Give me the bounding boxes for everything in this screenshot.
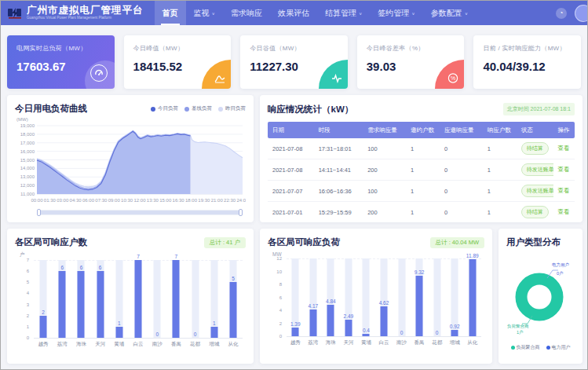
bar-增城[interactable]: 0.92 <box>446 258 464 336</box>
table-row: 2021-07-0115:29~15:59200101待结算查看 <box>268 202 575 222</box>
nav-item-监视[interactable]: 监视∨ <box>186 1 223 25</box>
bar-value-label: 0 <box>155 332 159 337</box>
app-logo: 广州市虚拟电厂管理平台 Guangzhou Virtual Power Plan… <box>7 5 144 20</box>
legend-label: 负荷聚合商 <box>517 344 540 351</box>
bar-黄埔[interactable]: 0.4 <box>357 258 375 336</box>
legend-item-power-user[interactable]: 电力用户 <box>546 344 571 351</box>
bar-荔湾[interactable]: 6 <box>53 260 71 338</box>
legend-dot <box>511 346 515 350</box>
svg-text:11,000: 11,000 <box>20 192 35 196</box>
legend-dot <box>184 107 189 112</box>
bar-fill <box>97 271 104 338</box>
panel-title: 用户类型分布 <box>506 236 575 248</box>
bar-fill <box>327 305 334 336</box>
bar-value-label: 2 <box>42 310 45 315</box>
view-link[interactable]: 查看 <box>558 166 570 173</box>
view-link[interactable]: 查看 <box>558 187 570 194</box>
bar-value-label: 6 <box>99 265 102 270</box>
bar-value-label: 5 <box>232 276 235 281</box>
panel-title: 各区局可响应户数 <box>15 236 87 248</box>
bar-track <box>398 258 405 336</box>
svg-text:12:00: 12:00 <box>133 198 146 203</box>
datazoom-handle-right[interactable] <box>239 209 243 216</box>
x-tick-label: 从化 <box>224 341 243 348</box>
bar-白云[interactable]: 4.62 <box>375 258 393 336</box>
bar-从化[interactable]: 11.89 <box>463 258 481 336</box>
kpi-value: 40.04/39.12 <box>483 60 581 73</box>
bar-海珠[interactable]: 6 <box>71 260 90 338</box>
bar-fill <box>40 316 47 338</box>
x-tick-label: 荔湾 <box>305 339 323 346</box>
user-type-donut-chart: 电力用户 0户 负荷聚合商 1户 <box>506 248 575 339</box>
kpi-card-peak-valley-rate: 今日峰谷差率（%） 39.03 % <box>357 35 465 89</box>
svg-text:12,000: 12,000 <box>20 183 35 188</box>
view-link[interactable]: 查看 <box>558 208 570 215</box>
bar-白云[interactable]: 7 <box>129 260 148 338</box>
nav-item-需求响应[interactable]: 需求响应 <box>223 1 270 25</box>
x-tick-label: 越秀 <box>34 341 53 348</box>
status-badge: 待结算 <box>521 206 549 218</box>
bar-南沙[interactable]: 0 <box>393 258 411 336</box>
nav-item-参数配置[interactable]: 参数配置∨ <box>423 1 476 25</box>
legend-item-baseline[interactable]: 基线负荷 <box>184 105 212 112</box>
kpi-card-valley: 今日谷值（MW） 11227.30 <box>240 35 348 89</box>
bar-番禺[interactable]: 7 <box>166 260 185 338</box>
nav-item-结算管理[interactable]: 结算管理∨ <box>317 1 370 25</box>
bar-fill <box>363 334 370 336</box>
bar-fill <box>135 260 142 338</box>
bar-增城[interactable]: 1 <box>205 260 224 338</box>
kpi-label: 电网实时总负荷（MW） <box>16 44 115 53</box>
x-tick-label: 南沙 <box>148 341 166 348</box>
column-header: 邀约户数 <box>406 126 440 134</box>
bar-海珠[interactable]: 4.84 <box>322 258 340 336</box>
bar-从化[interactable]: 5 <box>224 260 243 338</box>
table-cell: 0 <box>440 167 483 174</box>
bar-chart-households: 76543210 26661707015 <box>34 260 243 339</box>
bar-value-label: 4.62 <box>379 300 389 306</box>
bar-花都[interactable]: 0 <box>186 260 205 338</box>
dashboard-page: { "navbar": { "title": "广州市虚拟电厂管理平台", "s… <box>0 0 588 370</box>
bar-value-label: 1 <box>118 321 121 326</box>
nav-item-首页[interactable]: 首页 <box>155 1 186 25</box>
view-link[interactable]: 查看 <box>558 145 570 152</box>
svg-text:16,000: 16,000 <box>20 149 35 154</box>
x-tick-label: 南沙 <box>393 339 411 346</box>
donut-slice-aggregator[interactable] <box>521 279 557 315</box>
datazoom-slider[interactable] <box>37 210 243 215</box>
legend-label: 昨日负荷 <box>225 105 246 112</box>
table-cell: 2021-07-01 <box>268 209 314 216</box>
bar-越秀[interactable]: 2 <box>34 260 53 338</box>
table-cell: 1 <box>406 209 440 216</box>
table-cell: 查看 <box>553 145 575 152</box>
x-tick-label: 从化 <box>463 339 481 346</box>
legend-item-yesterday[interactable]: 昨日负荷 <box>218 105 246 112</box>
bar-番禺[interactable]: 9.32 <box>411 258 429 336</box>
chevron-down-icon: ∨ <box>359 11 362 16</box>
bar-fill <box>59 271 66 338</box>
nav-item-效果评估[interactable]: 效果评估 <box>270 1 317 25</box>
datazoom-range[interactable] <box>38 211 241 214</box>
legend-item-aggregator[interactable]: 负荷聚合商 <box>511 344 540 351</box>
svg-text:15,000: 15,000 <box>20 158 35 163</box>
table-cell: 2021-07-08 <box>268 167 314 174</box>
bar-value-label: 6 <box>60 265 64 270</box>
bar-花都[interactable]: 0 <box>428 258 446 336</box>
svg-text:22:30: 22:30 <box>224 198 236 203</box>
nav-item-签约管理[interactable]: 签约管理∨ <box>370 1 422 25</box>
avatar[interactable] <box>575 5 588 22</box>
legend-item-today[interactable]: 今日负荷 <box>151 105 178 112</box>
table-cell: 15:29~15:59 <box>314 209 363 216</box>
bar-南沙[interactable]: 0 <box>148 260 166 338</box>
bar-黄埔[interactable]: 1 <box>110 260 129 338</box>
bar-天河[interactable]: 2.49 <box>340 258 358 336</box>
svg-text:24:00: 24:00 <box>236 198 246 203</box>
column-header: 时段 <box>314 126 363 134</box>
plot-area: 26661707015 <box>34 260 243 338</box>
table-cell: 1 <box>406 167 440 174</box>
kpi-label: 今日谷值（MW） <box>250 44 348 53</box>
notification-icon[interactable]: ◔ <box>556 8 567 19</box>
bar-越秀[interactable]: 1.39 <box>287 258 305 336</box>
datazoom-handle-left[interactable] <box>37 209 41 216</box>
bar-荔湾[interactable]: 4.17 <box>305 258 323 336</box>
bar-天河[interactable]: 6 <box>91 260 110 338</box>
